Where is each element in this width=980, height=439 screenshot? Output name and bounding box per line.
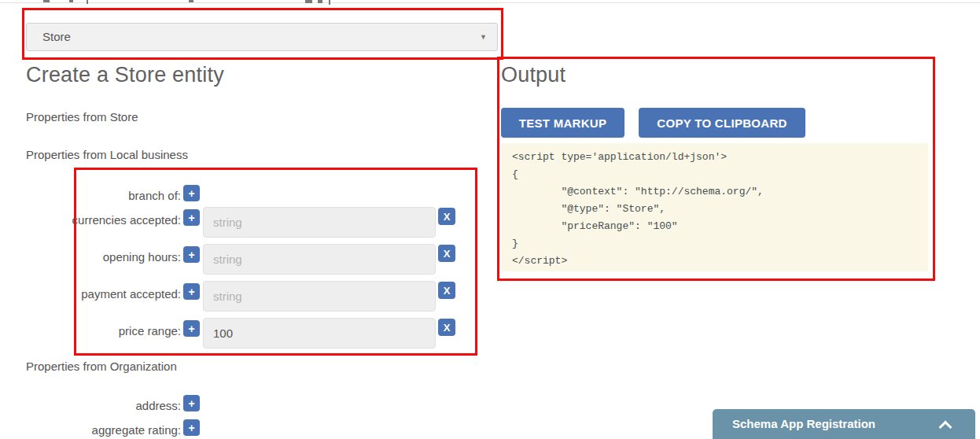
caret-down-icon: ▼ [480, 24, 487, 50]
field-label: address: [0, 399, 181, 412]
page-title: Create a Store entity [26, 63, 224, 87]
code-line: } [512, 235, 917, 253]
field-label: aggregate rating: [0, 423, 181, 437]
jsonld-output-code: <script type='application/ld+json'> { "@… [501, 143, 928, 271]
field-row-aggregate-rating: aggregate rating: + [0, 421, 488, 439]
field-row-currencies-accepted: currencies accepted: + X [0, 207, 488, 239]
code-line: "priceRange": "100" [512, 218, 917, 235]
registration-widget-title: Schema App Registration [732, 409, 875, 439]
add-property-button[interactable]: + [183, 419, 200, 436]
code-line: <script type='application/ld+json'> [512, 149, 917, 166]
add-property-button[interactable]: + [183, 209, 200, 226]
currencies-accepted-input[interactable] [203, 207, 436, 238]
field-row-price-range: price range: + X [0, 318, 488, 350]
add-property-button[interactable]: + [183, 246, 200, 263]
code-line: </script> [512, 253, 917, 270]
schema-type-selected-value: Store [42, 30, 71, 43]
add-property-button[interactable]: + [183, 185, 200, 201]
section-label-local-business: Properties from Local business [26, 148, 188, 161]
code-line: { [512, 166, 917, 183]
field-label: opening hours: [0, 250, 181, 264]
opening-hours-input[interactable] [203, 244, 436, 275]
remove-property-button[interactable]: X [438, 208, 455, 225]
test-markup-button[interactable]: TEST MARKUP [501, 108, 624, 138]
remove-property-button[interactable]: X [438, 245, 455, 262]
copy-to-clipboard-button[interactable]: COPY TO CLIPBOARD [639, 108, 805, 138]
top-divider-line [0, 2, 980, 3]
field-row-payment-accepted: payment accepted: + X [0, 281, 488, 313]
schema-type-select[interactable]: Store ▼ [26, 23, 498, 51]
section-label-organization: Properties from Organization [26, 360, 177, 373]
remove-property-button[interactable]: X [438, 319, 455, 336]
output-title: Output [501, 63, 566, 87]
schema-generator-page: Store ▼ Create a Store entity Properties… [0, 0, 980, 439]
field-row-opening-hours: opening hours: + X [0, 244, 488, 276]
add-property-button[interactable]: + [183, 320, 200, 337]
payment-accepted-input[interactable] [203, 281, 436, 312]
field-label: payment accepted: [0, 287, 181, 301]
add-property-button[interactable]: + [183, 395, 200, 411]
schema-app-registration-widget[interactable]: Schema App Registration [713, 409, 975, 439]
section-label-store: Properties from Store [26, 110, 138, 124]
add-property-button[interactable]: + [183, 283, 200, 300]
chevron-up-icon [939, 421, 952, 434]
code-line: "@context": "http://schema.org/", [512, 183, 917, 201]
price-range-input[interactable] [203, 318, 436, 349]
field-label: currencies accepted: [0, 213, 181, 227]
field-label: price range: [0, 324, 181, 338]
code-line: "@type": "Store", [512, 201, 917, 218]
remove-property-button[interactable]: X [438, 282, 455, 299]
field-label: branch of: [0, 189, 181, 202]
